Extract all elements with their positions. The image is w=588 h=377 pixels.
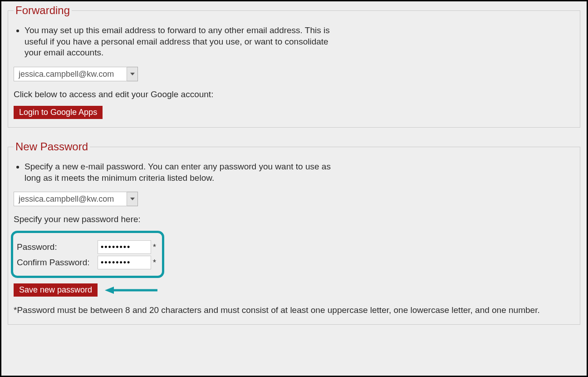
password-required-mark: * [153,243,156,252]
password-email-select-arrow[interactable] [127,192,138,206]
password-row: Password: * [14,240,157,254]
password-label: Password: [14,242,98,252]
new-password-bullet-list: Specify a new e-mail password. You can e… [14,161,574,184]
confirm-password-input[interactable] [98,256,151,269]
save-new-password-button[interactable]: Save new password [14,283,98,297]
login-google-apps-button[interactable]: Login to Google Apps [14,106,103,119]
forwarding-bullet: You may set up this email address to for… [24,25,338,59]
password-fields-highlight: Password: * Confirm Password: * [11,231,164,278]
password-hint: *Password must be between 8 and 20 chara… [14,305,563,316]
new-password-bullet: Specify a new e-mail password. You can e… [24,161,338,184]
new-password-section: New Password Specify a new e-mail passwo… [8,140,580,325]
password-email-select-value: jessica.campbell@kw.com [14,192,127,206]
password-email-select[interactable]: jessica.campbell@kw.com [14,192,138,206]
forwarding-email-select-value: jessica.campbell@kw.com [14,67,127,81]
forwarding-email-select[interactable]: jessica.campbell@kw.com [14,67,138,81]
settings-frame: Forwarding You may set up this email add… [0,0,588,377]
confirm-password-required-mark: * [153,258,156,268]
forwarding-access-text: Click below to access and edit your Goog… [14,89,574,99]
specify-password-text: Specify your new password here: [14,214,574,224]
forwarding-legend: Forwarding [14,4,72,17]
svg-marker-1 [105,287,114,294]
confirm-password-label: Confirm Password: [14,258,98,268]
save-password-row: Save new password [14,283,574,297]
password-input[interactable] [98,240,151,254]
chevron-down-icon [130,73,135,75]
arrow-left-icon [104,286,158,295]
confirm-password-row: Confirm Password: * [14,256,157,269]
arrow-annotation [104,286,158,295]
forwarding-email-select-arrow[interactable] [127,67,138,81]
chevron-down-icon [130,198,135,200]
forwarding-section: Forwarding You may set up this email add… [8,4,580,128]
new-password-legend: New Password [14,140,90,153]
forwarding-bullet-list: You may set up this email address to for… [14,25,574,59]
